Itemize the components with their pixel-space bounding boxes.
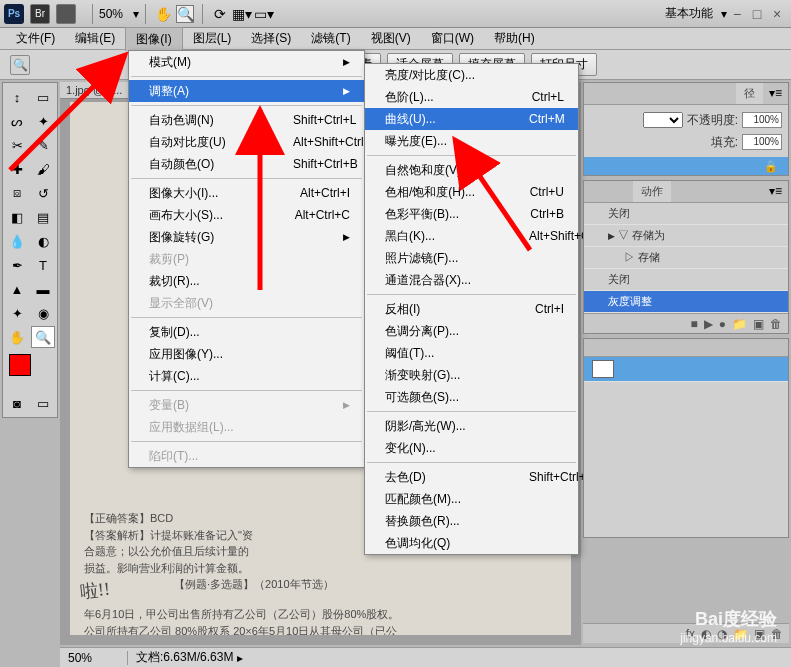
foreground-color-swatch[interactable] xyxy=(9,354,31,376)
marquee-tool-icon[interactable]: ▭ xyxy=(31,86,55,108)
hand-tool-icon[interactable]: ✋ xyxy=(5,326,29,348)
menu-item[interactable]: 自动对比度(U)Alt+Shift+Ctrl+L xyxy=(129,131,364,153)
submenu-item[interactable]: 自然饱和度(V)... xyxy=(365,159,578,181)
workspace-label[interactable]: 基本功能 xyxy=(665,5,713,22)
submenu-item[interactable]: 黑白(K)...Alt+Shift+Ctrl+B xyxy=(365,225,578,247)
zoom-tool-icon[interactable]: 🔍 xyxy=(176,5,194,23)
healing-tool-icon[interactable]: ✚ xyxy=(5,158,29,180)
gradient-tool-icon[interactable]: ▤ xyxy=(31,206,55,228)
hand-tool-icon[interactable]: ✋ xyxy=(154,5,172,23)
submenu-item[interactable]: 匹配颜色(M)... xyxy=(365,488,578,510)
zoom-tool-icon[interactable]: 🔍 xyxy=(31,326,55,348)
shape-tool-icon[interactable]: ▬ xyxy=(31,278,55,300)
menu-item[interactable]: 计算(C)... xyxy=(129,365,364,387)
menu-view[interactable]: 视图(V) xyxy=(361,27,421,50)
trash-icon[interactable]: 🗑 xyxy=(770,317,782,331)
minimize-icon[interactable]: − xyxy=(730,7,744,21)
screen-mode-icon[interactable]: ▭▾ xyxy=(255,5,273,23)
menu-item[interactable]: 图像大小(I)...Alt+Ctrl+I xyxy=(129,182,364,204)
menu-edit[interactable]: 编辑(E) xyxy=(65,27,125,50)
submenu-item[interactable]: 色相/饱和度(H)...Ctrl+U xyxy=(365,181,578,203)
submenu-item[interactable]: 色调均化(Q) xyxy=(365,532,578,554)
tab-actions[interactable]: 动作 xyxy=(633,181,671,202)
type-tool-icon[interactable]: T xyxy=(31,254,55,276)
history-brush-tool-icon[interactable]: ↺ xyxy=(31,182,55,204)
panel-menu-icon[interactable]: ▾≡ xyxy=(763,181,788,202)
maximize-icon[interactable]: □ xyxy=(750,7,764,21)
lasso-tool-icon[interactable]: ᔕ xyxy=(5,110,29,132)
stop-icon[interactable]: ■ xyxy=(691,317,698,331)
submenu-item[interactable]: 变化(N)... xyxy=(365,437,578,459)
history-item[interactable]: 灰度调整 xyxy=(584,291,788,313)
history-item[interactable]: ▽ 存储为 xyxy=(584,225,788,247)
history-item[interactable]: 关闭 xyxy=(584,269,788,291)
menu-item[interactable]: 调整(A)▶ xyxy=(129,80,364,102)
dodge-tool-icon[interactable]: ◐ xyxy=(31,230,55,252)
menu-item[interactable]: 应用图像(Y)... xyxy=(129,343,364,365)
opacity-field[interactable]: 100% xyxy=(742,112,782,128)
menu-item[interactable]: 自动颜色(O)Shift+Ctrl+B xyxy=(129,153,364,175)
submenu-item[interactable]: 色阶(L)...Ctrl+L xyxy=(365,86,578,108)
3d-tool-icon[interactable]: ✦ xyxy=(5,302,29,324)
3d-camera-tool-icon[interactable]: ◉ xyxy=(31,302,55,324)
menu-item[interactable]: 自动色调(N)Shift+Ctrl+L xyxy=(129,109,364,131)
quickmask-icon[interactable]: ◙ xyxy=(5,392,29,414)
menu-item[interactable]: 模式(M)▶ xyxy=(129,51,364,73)
tab-paths[interactable]: 径 xyxy=(736,83,763,104)
submenu-item[interactable]: 色调分离(P)... xyxy=(365,320,578,342)
move-tool-icon[interactable]: ↕ xyxy=(5,86,29,108)
menu-image[interactable]: 图像(I) xyxy=(125,27,182,51)
menu-layer[interactable]: 图层(L) xyxy=(183,27,242,50)
new-folder-icon[interactable]: 📁 xyxy=(732,317,747,331)
blur-tool-icon[interactable]: 💧 xyxy=(5,230,29,252)
arrange-docs-icon[interactable]: ▦▾ xyxy=(233,5,251,23)
menu-file[interactable]: 文件(F) xyxy=(6,27,65,50)
quick-select-tool-icon[interactable]: ✦ xyxy=(31,110,55,132)
menu-help[interactable]: 帮助(H) xyxy=(484,27,545,50)
brush-tool-icon[interactable]: 🖌 xyxy=(31,158,55,180)
submenu-item[interactable]: 替换颜色(R)... xyxy=(365,510,578,532)
record-icon[interactable]: ● xyxy=(719,317,726,331)
path-select-tool-icon[interactable]: ▲ xyxy=(5,278,29,300)
crop-tool-icon[interactable]: ✂ xyxy=(5,134,29,156)
submenu-item[interactable]: 曲线(U)...Ctrl+M xyxy=(365,108,578,130)
eyedropper-tool-icon[interactable]: ✎ xyxy=(31,134,55,156)
close-icon[interactable]: × xyxy=(770,7,784,21)
submenu-item[interactable]: 可选颜色(S)... xyxy=(365,386,578,408)
lock-icon[interactable]: 🔒 xyxy=(764,160,778,173)
fill-field[interactable]: 100% xyxy=(742,134,782,150)
menu-item[interactable]: 裁切(R)... xyxy=(129,270,364,292)
status-arrow-icon[interactable]: ▸ xyxy=(237,651,243,665)
panel-menu-icon[interactable]: ▾≡ xyxy=(763,83,788,104)
rotate-view-icon[interactable]: ⟳ xyxy=(211,5,229,23)
menu-select[interactable]: 选择(S) xyxy=(241,27,301,50)
document-tab[interactable]: 1.jpg @ 5... xyxy=(60,82,128,99)
menu-item[interactable]: 画布大小(S)...Alt+Ctrl+C xyxy=(129,204,364,226)
workspace-dropdown-icon[interactable]: ▾ xyxy=(721,7,727,21)
status-zoom[interactable]: 50% xyxy=(68,651,128,665)
submenu-item[interactable]: 曝光度(E)... xyxy=(365,130,578,152)
submenu-item[interactable]: 照片滤镜(F)... xyxy=(365,247,578,269)
mini-bridge-icon[interactable] xyxy=(56,4,76,24)
submenu-item[interactable]: 去色(D)Shift+Ctrl+U xyxy=(365,466,578,488)
play-icon[interactable]: ▶ xyxy=(704,317,713,331)
history-item[interactable]: ▷ 存储 xyxy=(584,247,788,269)
zoom-dropdown-icon[interactable]: ▾ xyxy=(133,7,139,21)
eraser-tool-icon[interactable]: ◧ xyxy=(5,206,29,228)
menu-filter[interactable]: 滤镜(T) xyxy=(301,27,360,50)
menu-item[interactable]: 图像旋转(G)▶ xyxy=(129,226,364,248)
submenu-item[interactable]: 反相(I)Ctrl+I xyxy=(365,298,578,320)
submenu-item[interactable]: 亮度/对比度(C)... xyxy=(365,64,578,86)
menu-window[interactable]: 窗口(W) xyxy=(421,27,484,50)
blend-mode-select[interactable] xyxy=(643,112,683,128)
submenu-item[interactable]: 阈值(T)... xyxy=(365,342,578,364)
bridge-icon[interactable]: Br xyxy=(30,4,50,24)
zoom-level[interactable]: 50% xyxy=(99,7,123,21)
history-thumb[interactable] xyxy=(584,357,788,382)
stamp-tool-icon[interactable]: ⧇ xyxy=(5,182,29,204)
status-doc-info[interactable]: 文档:6.63M/6.63M xyxy=(128,649,233,666)
new-item-icon[interactable]: ▣ xyxy=(753,317,764,331)
submenu-item[interactable]: 通道混合器(X)... xyxy=(365,269,578,291)
zoom-tool-preset-icon[interactable]: 🔍 xyxy=(10,55,30,75)
submenu-item[interactable]: 渐变映射(G)... xyxy=(365,364,578,386)
